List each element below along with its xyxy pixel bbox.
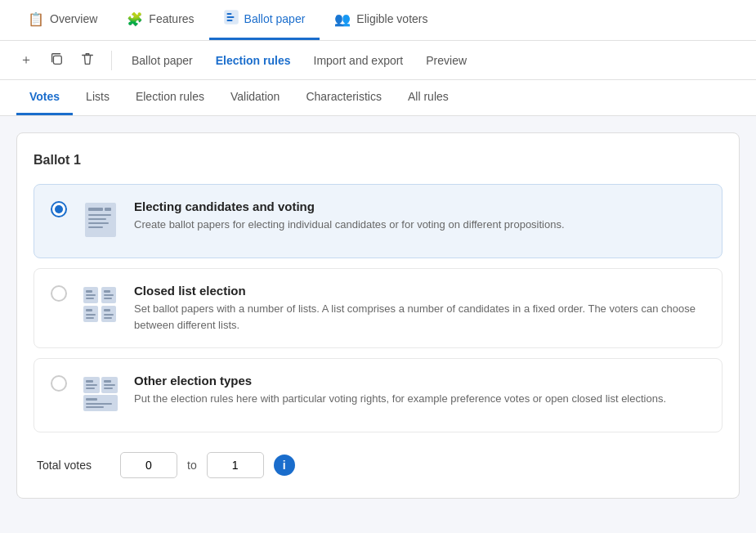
eligible-voters-icon: 👥 [334, 11, 351, 27]
votes-from-input[interactable] [120, 452, 177, 478]
delete-icon [80, 52, 95, 69]
ballot-paper-icon [224, 10, 239, 28]
card-content-closed: Closed list election Set ballot papers w… [134, 284, 705, 333]
info-icon[interactable]: i [274, 455, 295, 476]
total-votes-row: Total votes to i [34, 452, 722, 478]
card-content-electing: Electing candidates and voting Create ba… [134, 199, 705, 233]
ballot-icon-closed [80, 284, 121, 327]
toolbar-import-export[interactable]: Import and export [304, 49, 414, 72]
tab-all-rules[interactable]: All rules [395, 80, 462, 115]
nav-ballot-paper-label: Ballot paper [244, 12, 306, 25]
main-content: Ballot 1 Electing candidates and voting … [0, 116, 756, 515]
total-votes-label: Total votes [37, 459, 110, 472]
top-navigation: 📋 Overview 🧩 Features Ballot paper 👥 Eli… [0, 0, 756, 41]
features-icon: 🧩 [127, 11, 143, 27]
svg-rect-38 [86, 403, 112, 405]
overview-icon: 📋 [28, 11, 44, 27]
ballot-icon-other [80, 374, 121, 417]
svg-rect-23 [86, 317, 94, 319]
copy-icon [49, 52, 64, 69]
svg-rect-17 [104, 290, 110, 293]
svg-rect-35 [104, 387, 113, 389]
svg-rect-27 [104, 317, 112, 319]
to-label: to [187, 459, 197, 472]
toolbar-separator [111, 51, 112, 70]
svg-rect-3 [226, 20, 232, 21]
svg-rect-33 [104, 380, 111, 383]
svg-rect-29 [86, 380, 93, 383]
svg-rect-8 [88, 218, 106, 220]
card-title-other: Other election types [134, 374, 705, 387]
svg-rect-31 [86, 387, 95, 389]
toolbar-ballot-paper[interactable]: Ballot paper [122, 49, 203, 72]
card-title-closed: Closed list election [134, 284, 705, 298]
nav-eligible-voters-label: Eligible voters [356, 12, 427, 25]
votes-to-input[interactable] [207, 452, 264, 478]
card-content-other: Other election types Put the election ru… [134, 374, 705, 407]
toolbar-election-rules[interactable]: Election rules [206, 49, 301, 72]
svg-rect-18 [104, 294, 114, 296]
svg-rect-1 [226, 13, 231, 15]
svg-rect-4 [53, 56, 61, 64]
election-type-card-other[interactable]: Other election types Put the election ru… [34, 358, 722, 432]
radio-electing[interactable] [51, 201, 67, 217]
election-type-card-closed[interactable]: Closed list election Set ballot papers w… [34, 268, 722, 348]
svg-rect-26 [104, 314, 114, 316]
svg-rect-39 [86, 406, 104, 408]
radio-other[interactable] [51, 375, 67, 392]
nav-ballot-paper[interactable]: Ballot paper [209, 0, 320, 40]
svg-rect-15 [86, 298, 94, 299]
svg-rect-13 [86, 290, 92, 293]
card-desc-electing: Create ballot papers for electing indivi… [134, 217, 705, 233]
tab-characteristics[interactable]: Characteristics [293, 80, 395, 115]
nav-features-label: Features [149, 12, 194, 25]
add-button[interactable]: ＋ [13, 47, 39, 74]
content-wrapper: Ballot 1 Electing candidates and voting … [16, 132, 740, 499]
tab-election-rules[interactable]: Election rules [123, 80, 217, 115]
delete-button[interactable] [74, 47, 101, 74]
card-desc-other: Put the election rules here with particu… [134, 391, 705, 407]
tab-lists[interactable]: Lists [73, 80, 123, 115]
svg-rect-11 [105, 208, 111, 211]
svg-rect-22 [86, 314, 96, 316]
toolbar-preview[interactable]: Preview [416, 49, 476, 72]
svg-rect-14 [86, 294, 96, 296]
card-title-electing: Electing candidates and voting [134, 199, 705, 213]
svg-rect-37 [86, 398, 97, 401]
election-type-card-electing[interactable]: Electing candidates and voting Create ba… [34, 184, 722, 258]
toolbar: ＋ Ballot paper Election rules Import and… [0, 41, 756, 80]
nav-eligible-voters[interactable]: 👥 Eligible voters [320, 0, 442, 40]
nav-features[interactable]: 🧩 Features [112, 0, 208, 40]
svg-rect-25 [104, 309, 110, 311]
tab-votes[interactable]: Votes [16, 80, 73, 115]
card-desc-closed: Set ballot papers with a number of lists… [134, 301, 705, 333]
svg-rect-2 [226, 16, 234, 18]
ballot-icon-electing [80, 199, 121, 243]
svg-rect-9 [88, 222, 109, 224]
svg-rect-34 [104, 384, 115, 386]
svg-rect-19 [104, 298, 112, 299]
svg-rect-7 [88, 214, 111, 216]
nav-overview-label: Overview [50, 12, 97, 25]
radio-closed[interactable] [51, 285, 67, 302]
copy-button[interactable] [42, 47, 70, 74]
svg-rect-6 [88, 208, 103, 211]
ballot-title: Ballot 1 [34, 153, 722, 168]
tab-validation[interactable]: Validation [217, 80, 293, 115]
svg-rect-30 [86, 384, 97, 386]
tabs-bar: Votes Lists Election rules Validation Ch… [0, 80, 756, 116]
svg-rect-10 [88, 226, 103, 228]
svg-rect-21 [86, 309, 92, 311]
add-icon: ＋ [20, 52, 33, 69]
nav-overview[interactable]: 📋 Overview [13, 0, 112, 40]
